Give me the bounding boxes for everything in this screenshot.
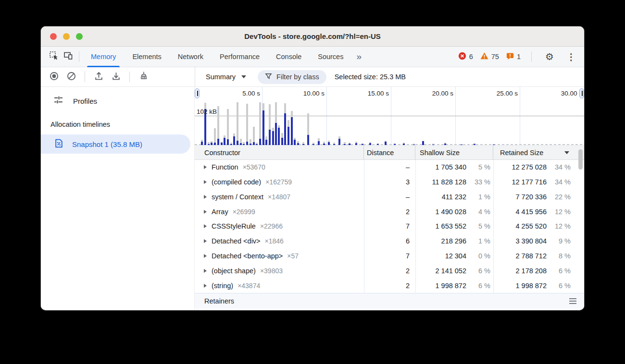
retained-size-cell: 2 178 2086 % <box>493 267 584 275</box>
sidebar-item-snapshot-1[interactable]: Snapshot 1 (35.8 MB) <box>41 134 190 154</box>
allocation-bar-live <box>217 139 219 145</box>
retained-size-cell: 12 177 71634 % <box>493 178 584 186</box>
disclosure-triangle-icon[interactable] <box>204 180 207 184</box>
table-row[interactable]: Detached <bento-app>×57712 3040 %2 788 7… <box>195 249 584 264</box>
timeline-right-handle[interactable] <box>579 88 584 98</box>
retained-size-cell: 12 275 02834 % <box>493 163 584 171</box>
column-label: Shallow Size <box>420 149 460 157</box>
distance-cell: – <box>364 163 415 171</box>
instance-count: ×162759 <box>265 178 292 186</box>
retained-size-percent: 22 % <box>547 193 571 201</box>
device-toolbar-button[interactable] <box>61 49 75 64</box>
shallow-size-percent: 6 % <box>466 267 490 275</box>
shallow-size-percent: 33 % <box>466 178 490 186</box>
settings-button[interactable]: ⚙ <box>542 49 557 64</box>
table-row[interactable]: Detached <div>×18466218 2961 %3 390 8049… <box>195 234 584 249</box>
disclosure-triangle-icon[interactable] <box>204 254 207 258</box>
allocation-bar-live <box>385 142 387 145</box>
vertical-scrollbar-thumb[interactable] <box>578 149 583 170</box>
allocation-bar-live <box>208 144 210 145</box>
disclosure-triangle-icon[interactable] <box>204 165 207 169</box>
disclosure-triangle-icon[interactable] <box>204 269 207 273</box>
retainers-label: Retainers <box>204 297 234 305</box>
main-menu-button[interactable]: ⋮ <box>564 49 578 64</box>
tab-console[interactable]: Console <box>268 47 310 67</box>
record-heap-button[interactable] <box>47 70 61 84</box>
disclosure-triangle-icon[interactable] <box>204 284 207 288</box>
column-header-shallow-size[interactable]: Shallow Size <box>415 146 493 159</box>
column-header-constructor[interactable]: Constructor <box>195 146 364 159</box>
minimize-button[interactable] <box>63 33 70 40</box>
issue-badge[interactable]: 1 <box>506 52 521 61</box>
retained-size-value: 3 390 804 <box>493 237 547 245</box>
tab-memory[interactable]: Memory <box>83 47 124 67</box>
retainers-pane-header[interactable]: Retainers <box>195 293 584 309</box>
shallow-size-cell: 1 490 0284 % <box>415 208 493 216</box>
tab-elements[interactable]: Elements <box>124 47 169 67</box>
disclosure-triangle-icon[interactable] <box>204 210 207 214</box>
shallow-size-cell: 218 2961 % <box>415 237 493 245</box>
time-tick-label: 20.00 s <box>432 90 453 97</box>
retained-size-value: 1 998 872 <box>493 282 547 290</box>
devtools-window: DevTools - store.google.com/?hl=en-US Me… <box>41 26 584 310</box>
disclosure-triangle-icon[interactable] <box>204 224 207 228</box>
retained-size-percent: 6 % <box>547 267 571 275</box>
warning-badge[interactable]: 75 <box>480 52 499 61</box>
tab-performance[interactable]: Performance <box>212 47 268 67</box>
table-row[interactable]: (compiled code)×162759311 828 12833 %12 … <box>195 175 584 190</box>
allocation-bar-live <box>272 131 274 145</box>
shallow-size-cell: 2 141 0526 % <box>415 267 493 275</box>
inspect-element-button[interactable] <box>47 49 61 64</box>
table-row[interactable]: (object shape)×3980322 141 0526 %2 178 2… <box>195 263 584 278</box>
record-icon <box>49 71 59 83</box>
column-header-retained-size[interactable]: Retained Size <box>493 146 584 159</box>
table-row[interactable]: (string)×4387421 998 8726 %1 998 8726 % <box>195 278 584 293</box>
zoom-button[interactable] <box>76 33 83 40</box>
timeline-left-handle[interactable] <box>195 88 200 98</box>
retained-size-cell: 4 415 95612 % <box>493 208 584 216</box>
warning-icon <box>480 52 488 61</box>
memory-toolbar: Summary Filter by class Selected size: 2… <box>41 67 584 87</box>
allocation-bar-live <box>265 140 267 145</box>
table-row[interactable]: CSSStyleRule×2296671 653 5525 %4 255 520… <box>195 219 584 234</box>
shallow-size-percent: 4 % <box>466 208 490 216</box>
perspective-select-value: Summary <box>206 73 236 81</box>
constructor-cell: system / Context×14807 <box>195 193 364 201</box>
save-profile-button[interactable] <box>109 70 123 84</box>
retained-size-cell: 1 998 8726 % <box>493 282 584 290</box>
filter-by-class-input[interactable]: Filter by class <box>258 70 326 84</box>
allocation-bar-live <box>250 144 251 145</box>
constructor-name: Detached <div> <box>212 237 261 245</box>
column-header-distance[interactable]: Distance <box>364 146 415 159</box>
allocation-timeline-chart[interactable]: 102 kB 5.00 s10.00 s15.00 s20.00 s25.00 … <box>195 87 584 146</box>
time-tick-label: 25.00 s <box>497 90 518 97</box>
retained-size-cell: 3 390 8049 % <box>493 237 584 245</box>
retained-size-value: 2 178 208 <box>493 267 547 275</box>
column-label: Distance <box>367 149 394 157</box>
title-bar: DevTools - store.google.com/?hl=en-US <box>41 26 584 47</box>
kebab-menu-icon: ⋮ <box>565 52 578 61</box>
allocation-bar-live <box>278 128 280 145</box>
allocation-bar-live <box>284 113 286 145</box>
allocation-bar-live <box>444 144 446 145</box>
clear-profiles-button[interactable] <box>64 70 78 84</box>
allocation-bar-total <box>246 104 248 145</box>
disclosure-triangle-icon[interactable] <box>204 195 207 199</box>
error-badge[interactable]: 6 <box>458 52 473 61</box>
perspective-select[interactable]: Summary <box>202 73 250 81</box>
more-tabs-button[interactable]: » <box>351 51 366 62</box>
collect-garbage-button[interactable] <box>136 70 150 84</box>
shallow-size-value: 1 705 340 <box>435 163 466 171</box>
retained-size-value: 4 255 520 <box>493 222 547 230</box>
table-row[interactable]: Array×2699921 490 0284 %4 415 95612 % <box>195 204 584 219</box>
tab-sources[interactable]: Sources <box>310 47 351 67</box>
load-profile-button[interactable] <box>91 70 106 84</box>
instance-count: ×43874 <box>238 282 260 290</box>
tab-network[interactable]: Network <box>170 47 212 67</box>
column-label: Retained Size <box>500 149 543 157</box>
table-row[interactable]: system / Context×14807–411 2321 %7 720 3… <box>195 190 584 205</box>
disclosure-triangle-icon[interactable] <box>204 239 207 243</box>
close-button[interactable] <box>50 33 57 40</box>
table-row[interactable]: Function×53670–1 705 3405 %12 275 02834 … <box>195 160 584 175</box>
distance-cell: 7 <box>364 252 415 260</box>
